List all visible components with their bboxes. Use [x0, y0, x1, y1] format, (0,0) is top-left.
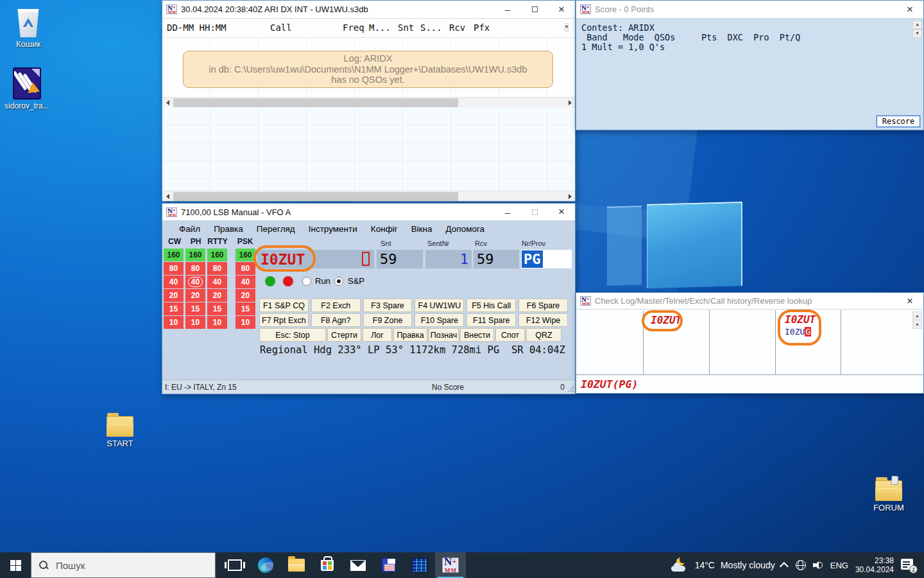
start-button[interactable] [0, 552, 31, 578]
f4-button[interactable]: F4 UW1WU [415, 299, 464, 312]
f5-button[interactable]: F5 His Call [466, 299, 516, 312]
desktop-icon-sidorov-file[interactable]: sidorov_tra... [0, 66, 54, 110]
band-button[interactable]: 160 [207, 249, 227, 261]
desktop-icon-start-folder[interactable]: START [93, 403, 147, 448]
taskbar-clock[interactable]: 23:38 30.04.2024 [855, 556, 894, 574]
edge-button[interactable] [250, 552, 281, 578]
band-button[interactable]: 20 [235, 289, 255, 302]
rescore-button[interactable]: Rescore [877, 116, 920, 127]
band-button[interactable]: 40 [235, 276, 255, 288]
close-button[interactable]: × [548, 1, 575, 18]
band-button[interactable]: 40 [207, 276, 227, 288]
menu-tools[interactable]: Інструменти [309, 224, 357, 234]
close-button[interactable]: × [548, 204, 575, 220]
band-button[interactable]: 160 [164, 249, 184, 261]
menu-edit[interactable]: Правка [214, 224, 243, 234]
band-button-current[interactable]: 40 [185, 276, 205, 288]
mail-button[interactable] [343, 552, 373, 578]
band-button[interactable]: 40 [164, 276, 184, 288]
f3-button[interactable]: F3 Spare [363, 299, 413, 312]
band-button[interactable]: 160 [185, 249, 205, 261]
column-header[interactable]: DD-MM HH:MM [167, 22, 227, 33]
close-button[interactable]: × [896, 293, 923, 309]
menu-windows[interactable]: Вікна [411, 224, 432, 234]
f8-button[interactable]: F8 Agn? [311, 313, 361, 327]
vertical-scroll-buttons[interactable]: ▲▼ [912, 21, 922, 38]
band-button[interactable]: 15 [164, 302, 184, 315]
grid-app-button[interactable] [404, 552, 435, 578]
menu-config[interactable]: Конфіг [371, 224, 398, 234]
edit-button[interactable]: Правка [393, 328, 427, 342]
store-button[interactable] [312, 552, 343, 578]
band-button[interactable]: 20 [164, 289, 184, 302]
resize-grip[interactable] [567, 386, 574, 392]
vertical-scroll-buttons[interactable]: ▲▼ [912, 311, 922, 329]
snt-input[interactable]: 59 [377, 250, 423, 268]
column-header[interactable]: M... [369, 22, 391, 33]
task-view-button[interactable] [219, 552, 250, 578]
history-match-call[interactable]: I0ZUT [785, 313, 816, 326]
f12-button[interactable]: F12 Wipe [518, 313, 568, 327]
sp-radio[interactable] [334, 277, 343, 286]
wipe-button[interactable]: Стерти [327, 328, 361, 342]
menu-file[interactable]: Файл [179, 224, 200, 234]
band-button[interactable]: 10 [164, 316, 184, 329]
column-header[interactable]: Call [270, 22, 292, 33]
n1mm-taskbar-button[interactable]: N+MM [435, 552, 466, 578]
band-button[interactable]: 160 [235, 249, 255, 261]
column-header[interactable]: Pfx [474, 22, 490, 33]
notification-center-button[interactable]: 1 [901, 558, 916, 572]
weather-widget[interactable]: 14°C Mostly cloudy [671, 557, 775, 573]
rcv-input[interactable]: 59 [474, 250, 519, 268]
search-input[interactable] [55, 559, 183, 572]
speaker-icon[interactable] [813, 561, 823, 570]
band-button[interactable]: 10 [185, 316, 205, 329]
horizontal-scrollbar[interactable] [162, 191, 575, 201]
close-button[interactable]: × [896, 1, 923, 18]
band-button[interactable]: 15 [235, 302, 255, 315]
band-button[interactable]: 10 [207, 316, 227, 329]
f1-button[interactable]: F1 S&P CQ [259, 299, 309, 312]
menu-view[interactable]: Перегляд [257, 224, 295, 234]
sentnr-input[interactable]: 1 [425, 250, 472, 268]
band-button[interactable]: 10 [235, 316, 255, 329]
minimize-button[interactable]: – [494, 204, 521, 220]
callsign-input[interactable]: I0ZUT [257, 250, 374, 268]
f6-button[interactable]: F6 Spare [518, 299, 568, 312]
spot-button[interactable]: Спот [495, 328, 525, 342]
column-header[interactable]: S... [420, 22, 442, 33]
taskbar-search[interactable] [31, 552, 216, 578]
esc-stop-button[interactable]: Esc: Stop [259, 328, 326, 342]
band-button[interactable]: 80 [185, 262, 205, 275]
column-header[interactable]: Snt [398, 22, 414, 33]
band-button[interactable]: 20 [185, 289, 205, 302]
band-button[interactable]: 20 [207, 289, 227, 302]
column-header[interactable]: Rcv [449, 22, 465, 33]
store-button[interactable]: Внести [460, 328, 494, 342]
desktop-icon-forum-folder[interactable]: FORUM [862, 468, 916, 512]
f2-button[interactable]: F2 Exch [311, 299, 361, 312]
f11-button[interactable]: F11 Spare [466, 313, 516, 327]
band-button[interactable]: 80 [235, 262, 255, 275]
tray-overflow-chevron-icon[interactable] [780, 562, 789, 571]
history-partial-call[interactable]: I0ZUG [785, 327, 811, 337]
band-button[interactable]: 80 [164, 262, 184, 275]
menu-help[interactable]: Допомога [446, 224, 485, 234]
f10-button[interactable]: F10 Spare [415, 313, 464, 327]
minimize-button[interactable]: – [494, 1, 521, 18]
run-radio[interactable] [302, 277, 311, 286]
maximize-button[interactable] [521, 1, 548, 18]
nrprov-input[interactable]: PG [521, 250, 572, 268]
network-globe-icon[interactable] [796, 560, 806, 570]
master-match-call[interactable]: I0ZUT [651, 314, 681, 326]
band-button[interactable]: 80 [207, 262, 227, 275]
band-button[interactable]: 15 [185, 302, 205, 315]
band-button[interactable]: 15 [207, 302, 227, 315]
file-explorer-button[interactable] [281, 552, 312, 578]
column-header[interactable]: Freq [343, 22, 364, 33]
log-button[interactable]: Лог [363, 328, 392, 342]
f9-button[interactable]: F9 Zone [363, 313, 413, 327]
horizontal-scrollbar[interactable] [162, 97, 575, 107]
desktop-icon-recycle-bin[interactable]: Кошик [1, 4, 55, 49]
language-indicator[interactable]: ENG [830, 561, 848, 570]
